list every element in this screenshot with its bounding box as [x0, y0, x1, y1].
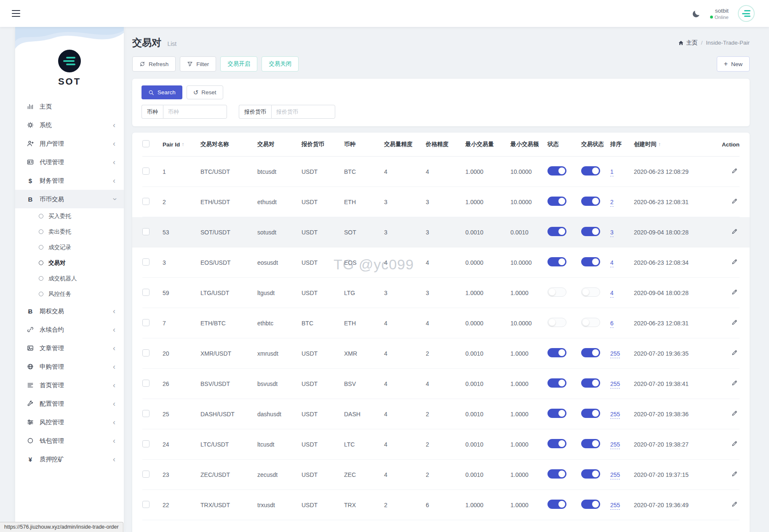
row-checkbox[interactable]	[142, 349, 150, 356]
row-checkbox[interactable]	[142, 228, 150, 235]
trade-status-toggle[interactable]	[581, 166, 600, 176]
select-all-checkbox[interactable]	[142, 140, 150, 147]
quote-filter-input[interactable]	[271, 105, 335, 119]
sidebar-item[interactable]: B币币交易‹	[15, 190, 124, 208]
dark-mode-icon[interactable]	[692, 9, 701, 18]
filter-button[interactable]: Filter	[180, 56, 216, 72]
sidebar-item[interactable]: 系统‹	[15, 116, 124, 134]
breadcrumb-home-link[interactable]: 主页	[678, 39, 697, 47]
status-toggle[interactable]	[547, 227, 566, 236]
row-checkbox[interactable]	[142, 380, 150, 387]
brand-logo[interactable]	[738, 5, 755, 22]
trade-status-toggle[interactable]	[581, 227, 600, 236]
edit-icon[interactable]	[731, 289, 738, 295]
sidebar-subitem[interactable]: 成交记录	[15, 239, 124, 255]
edit-icon[interactable]	[731, 168, 738, 174]
sort-order-link[interactable]: 255	[610, 411, 620, 419]
edit-icon[interactable]	[731, 410, 738, 417]
status-toggle[interactable]	[547, 287, 566, 297]
status-toggle[interactable]	[547, 166, 566, 176]
sort-order-link[interactable]: 4	[610, 259, 614, 267]
edit-icon[interactable]	[731, 258, 738, 265]
trade-status-toggle[interactable]	[581, 469, 600, 479]
sort-order-link[interactable]: 2	[610, 199, 614, 207]
sidebar-subitem[interactable]: 成交机器人	[15, 271, 124, 286]
status-toggle[interactable]	[547, 197, 566, 206]
status-toggle[interactable]	[547, 318, 566, 327]
trade-status-toggle[interactable]	[581, 439, 600, 448]
trade-close-button[interactable]: 交易关闭	[262, 56, 299, 72]
search-button[interactable]: Search	[142, 85, 182, 99]
sidebar-item[interactable]: 配置管理‹	[15, 394, 124, 413]
sort-order-link[interactable]: 255	[610, 471, 620, 479]
row-checkbox[interactable]	[142, 319, 150, 326]
sidebar-item[interactable]: 钱包管理‹	[15, 431, 124, 450]
sidebar-item[interactable]: 永续合约‹	[15, 320, 124, 339]
edit-icon[interactable]	[731, 198, 738, 205]
edit-icon[interactable]	[731, 501, 738, 508]
sort-order-link[interactable]: 6	[610, 320, 614, 328]
sidebar-subitem[interactable]: 卖出委托	[15, 224, 124, 239]
table-row: 25DASH/USDTdashusdtUSDTDASH420.00101.000…	[142, 399, 740, 429]
edit-icon[interactable]	[731, 349, 738, 356]
sidebar-item[interactable]: ¥质押挖矿‹	[15, 450, 124, 468]
edit-icon[interactable]	[731, 319, 738, 326]
edit-icon[interactable]	[731, 471, 738, 477]
row-checkbox[interactable]	[142, 168, 150, 175]
row-checkbox[interactable]	[142, 501, 150, 508]
sidebar-item[interactable]: 文章管理‹	[15, 339, 124, 357]
status-toggle[interactable]	[547, 500, 566, 509]
trade-status-toggle[interactable]	[581, 318, 600, 327]
sidebar-subitem[interactable]: 风控任务	[15, 286, 124, 302]
trade-status-toggle[interactable]	[581, 287, 600, 297]
sidebar-item[interactable]: 主页	[15, 97, 124, 116]
row-checkbox[interactable]	[142, 471, 150, 478]
row-checkbox[interactable]	[142, 289, 150, 296]
sort-order-link[interactable]: 255	[610, 350, 620, 358]
sidebar-item[interactable]: 用户管理‹	[15, 134, 124, 153]
sort-order-link[interactable]: 3	[610, 229, 614, 237]
status-toggle[interactable]	[547, 409, 566, 418]
status-toggle[interactable]	[547, 439, 566, 448]
sidebar-item[interactable]: Ƀ期权交易‹	[15, 302, 124, 320]
status-toggle[interactable]	[547, 348, 566, 357]
sidebar-subitem[interactable]: 买入委托	[15, 208, 124, 224]
row-checkbox[interactable]	[142, 410, 150, 417]
new-button[interactable]: + New	[717, 56, 750, 72]
sort-arrow-icon[interactable]: ↑	[182, 141, 184, 147]
account-block[interactable]: sotbit Online	[710, 8, 729, 20]
row-checkbox[interactable]	[142, 440, 150, 447]
sidebar-item[interactable]: 申购管理‹	[15, 357, 124, 376]
trade-status-toggle[interactable]	[581, 500, 600, 509]
trade-status-toggle[interactable]	[581, 257, 600, 266]
status-toggle[interactable]	[547, 469, 566, 479]
refresh-button[interactable]: Refresh	[132, 56, 176, 72]
row-checkbox[interactable]	[142, 198, 150, 205]
row-checkbox[interactable]	[142, 258, 150, 266]
trade-open-button[interactable]: 交易开启	[220, 56, 257, 72]
coin-filter-input[interactable]	[163, 105, 227, 119]
status-toggle[interactable]	[547, 378, 566, 388]
sort-order-link[interactable]: 1	[610, 168, 614, 176]
edit-icon[interactable]	[731, 228, 738, 235]
sidebar-item[interactable]: 首页管理‹	[15, 376, 124, 394]
sidebar-item[interactable]: 风控管理‹	[15, 413, 124, 431]
sidebar-toggle-button[interactable]	[12, 10, 20, 17]
sidebar-item[interactable]: $财务管理‹	[15, 171, 124, 190]
sort-order-link[interactable]: 255	[610, 502, 620, 510]
sidebar-item-label: 主页	[40, 103, 115, 111]
trade-status-toggle[interactable]	[581, 378, 600, 388]
sort-arrow-icon[interactable]: ↑	[658, 141, 661, 147]
sort-order-link[interactable]: 255	[610, 380, 620, 388]
status-toggle[interactable]	[547, 257, 566, 266]
trade-status-toggle[interactable]	[581, 409, 600, 418]
trade-status-toggle[interactable]	[581, 348, 600, 357]
sort-order-link[interactable]: 4	[610, 290, 614, 298]
sidebar-subitem[interactable]: 交易对	[15, 255, 124, 271]
reset-button[interactable]: ↺ Reset	[187, 85, 223, 99]
sort-order-link[interactable]: 255	[610, 441, 620, 449]
trade-status-toggle[interactable]	[581, 197, 600, 206]
edit-icon[interactable]	[731, 440, 738, 447]
sidebar-item[interactable]: 代理管理‹	[15, 153, 124, 171]
edit-icon[interactable]	[731, 380, 738, 386]
